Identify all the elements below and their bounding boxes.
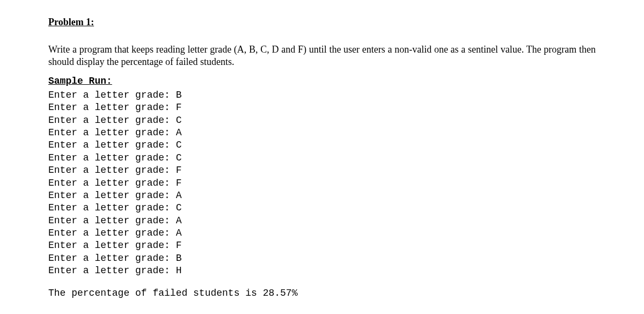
sample-run-label: Sample Run:	[48, 75, 596, 87]
problem-description: Write a program that keeps reading lette…	[48, 43, 596, 68]
sample-run-output: Enter a letter grade: B Enter a letter g…	[48, 89, 596, 278]
sample-run-result: The percentage of failed students is 28.…	[48, 287, 596, 300]
problem-title: Problem 1:	[48, 16, 596, 28]
